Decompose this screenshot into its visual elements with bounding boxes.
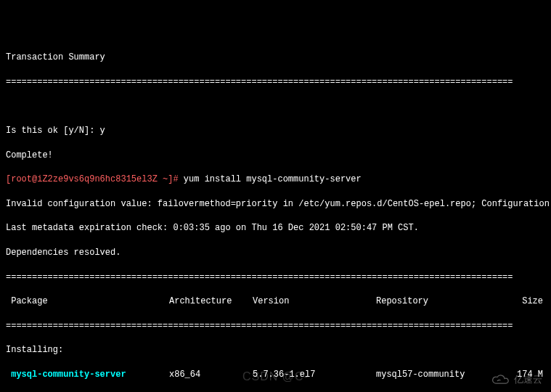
shell-prompt: [root@iZ2ze9vs6q9n6hc8315el3Z ~]# [6,174,184,184]
command-text: yum install mysql-community-server [184,174,362,184]
col-size: Size [499,295,543,308]
cloud-icon [492,374,510,385]
invalid-config-warning: Invalid configuration value: failovermet… [6,198,545,211]
col-version: Version [253,295,376,308]
col-arch: Architecture [169,295,253,308]
pkg-arch: x86_64 [169,369,253,381]
installing-label: Installing: [6,344,545,356]
separator: ========================================… [6,320,545,332]
company-text: 亿速云 [514,373,542,386]
confirm-prompt: Is this ok [y/N]: y [6,125,545,137]
col-package: Package [6,295,169,308]
table-header-row: PackageArchitectureVersionRepositorySize [6,295,545,308]
col-repository: Repository [376,295,499,308]
separator: ========================================… [6,271,545,284]
blank [6,100,545,113]
company-watermark: 亿速云 [492,373,542,386]
separator: ========================================… [6,76,545,89]
pkg-repo: mysql57-community [376,369,499,381]
csdn-watermark: CSDN @C- [242,369,309,385]
deps-resolved: Dependencies resolved. [6,247,545,259]
shell-prompt-line: [root@iZ2ze9vs6q9n6hc8315el3Z ~]# yum in… [6,173,545,186]
metadata-check: Last metadata expiration check: 0:03:35 … [6,222,545,234]
pkg-name: mysql-community-server [6,369,169,381]
transaction-summary-header: Transaction Summary [6,52,545,64]
complete-text: Complete! [6,150,545,162]
